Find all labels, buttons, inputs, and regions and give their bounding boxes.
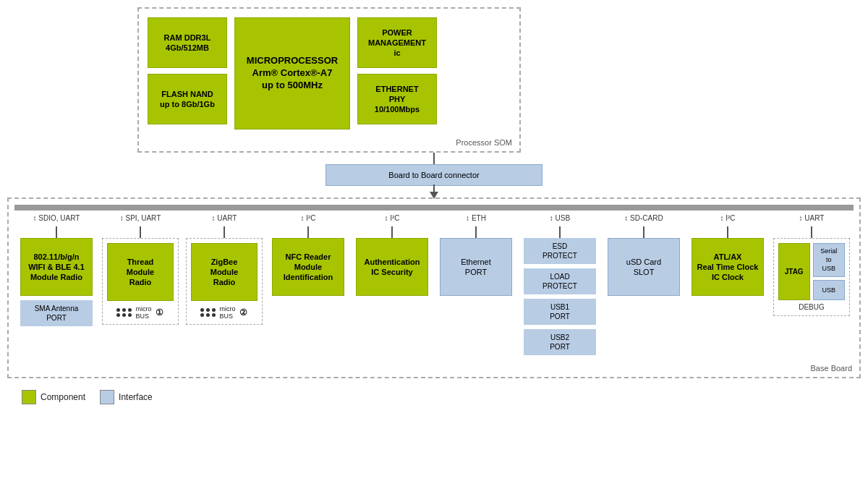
som-box: RAM DDR3L4Gb/512MB FLASH NANDup to 8Gb/1…: [137, 7, 521, 153]
sdcard-block: uSD CardSLOT: [608, 238, 681, 296]
nfc-block: NFC ReaderModuleIdentification: [272, 238, 345, 296]
usb-multi-col: ESDPROTECT LOADPROTECT USB1PORT USB2PORT: [524, 238, 597, 355]
som-right: POWERMANAGEMENTic ETHERNETPHY10/100Mbps: [357, 17, 437, 124]
serial-usb-block: Serialto USB: [813, 243, 846, 277]
load-protect-block: LOADPROTECT: [524, 268, 597, 294]
module-auth: ↕ I²C AuthenticationIC Security: [350, 211, 434, 296]
base-board-label: Base Board: [811, 364, 852, 373]
sma-antenna: SMA AntennaPORT: [20, 300, 93, 326]
jtag-block: JTAG: [778, 243, 810, 300]
legend: Component Interface: [7, 390, 861, 404]
module-usb: ↕ USB ESDPROTECT LOADPROTECT USB1PORT US…: [518, 211, 602, 355]
ram-block: RAM DDR3L4Gb/512MB: [148, 17, 227, 68]
module-sdcard: ↕ SD-CARD uSD CardSLOT: [602, 211, 686, 296]
zigbee-dashed-box: ZigBeeModuleRadio microBUS ②: [186, 238, 263, 325]
auth-block: AuthenticationIC Security: [356, 238, 429, 296]
modules-row: ↕ SDIO, UART 802.11/b/g/nWIFI & BLE 4.1M…: [14, 211, 854, 355]
som-left: RAM DDR3L4Gb/512MB FLASH NANDup to 8Gb/1…: [148, 17, 227, 124]
module-debug: ↕ UART JTAG Serialto USB USB DEBUG: [770, 211, 854, 316]
debug-dashed-box: JTAG Serialto USB USB DEBUG: [773, 238, 850, 316]
bus-line: [14, 205, 854, 211]
wifi-block: 802.11/b/g/nWIFI & BLE 4.1Module Radio: [20, 238, 93, 296]
debug-label: DEBUG: [799, 303, 825, 311]
rtc-block: ATL/AXReal Time ClockIC Clock: [692, 238, 765, 296]
thread-dashed-box: ThreadModuleRadio microBUS ①: [102, 238, 179, 325]
module-thread: ↕ SPI, UART ThreadModuleRadio microBUS ①: [98, 211, 182, 325]
module-rtc: ↕ I²C ATL/AXReal Time ClockIC Clock: [686, 211, 770, 296]
diagram-container: RAM DDR3L4Gb/512MB FLASH NANDup to 8Gb/1…: [7, 7, 861, 404]
usb-debug-block: USB: [813, 280, 846, 300]
legend-interface: Interface: [100, 390, 153, 404]
thread-block: ThreadModuleRadio: [107, 243, 174, 301]
module-wifi: ↕ SDIO, UART 802.11/b/g/nWIFI & BLE 4.1M…: [14, 211, 98, 326]
microbus-1: microBUS ①: [116, 305, 163, 320]
eth-phy-block: ETHERNETPHY10/100Mbps: [357, 74, 437, 124]
power-block: POWERMANAGEMENTic: [357, 17, 437, 68]
usb1-port-block: USB1PORT: [524, 299, 597, 325]
legend-interface-label: Interface: [119, 392, 153, 402]
base-board: Base Board ↕ SDIO, UART 802.11/b/g/nWIFI…: [7, 197, 861, 378]
module-zigbee: ↕ UART ZigBeeModuleRadio microBUS ②: [182, 211, 266, 325]
flash-block: FLASH NANDup to 8Gb/1Gb: [148, 74, 227, 124]
legend-component-box: [22, 390, 36, 404]
esd-protect-block: ESDPROTECT: [524, 238, 597, 264]
usb2-port-block: USB2PORT: [524, 329, 597, 355]
legend-component-label: Component: [41, 392, 85, 402]
board-connector: Board to Board connector: [326, 164, 542, 186]
legend-interface-box: [100, 390, 114, 404]
module-eth: ↕ ETH EthernetPORT: [434, 211, 518, 296]
zigbee-block: ZigBeeModuleRadio: [191, 243, 258, 301]
eth-port-block: EthernetPORT: [440, 238, 513, 296]
microbus-2: microBUS ②: [200, 305, 247, 320]
microprocessor-block: MICROPROCESSOR Arm® Cortex®-A7 up to 500…: [234, 17, 350, 129]
legend-component: Component: [22, 390, 85, 404]
module-nfc: ↕ I²C NFC ReaderModuleIdentification: [266, 211, 350, 296]
som-label: Processor SOM: [456, 138, 512, 147]
